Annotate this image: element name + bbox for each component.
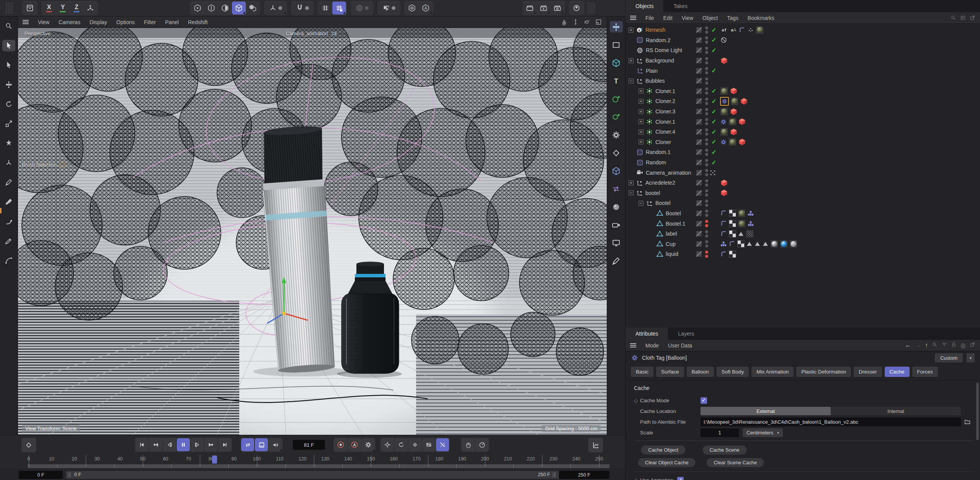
layer-toggle[interactable]: [696, 27, 702, 33]
enabled-toggle[interactable]: ✓: [710, 98, 718, 105]
clear-object-cache-button[interactable]: Clear Object Cache: [638, 458, 696, 467]
attributes-scrollbar[interactable]: [976, 383, 979, 440]
visibility-dots[interactable]: [705, 57, 708, 64]
enabled-toggle[interactable]: ✓: [710, 47, 718, 54]
visibility-dots[interactable]: [705, 77, 708, 85]
external-option[interactable]: External: [701, 407, 831, 415]
expand-icon[interactable]: +: [639, 139, 644, 144]
filter-icon[interactable]: [941, 342, 947, 349]
pen-tool[interactable]: [2, 177, 15, 188]
polygons-mode-button[interactable]: [218, 2, 232, 15]
model-mode-button[interactable]: [232, 2, 246, 15]
undock-icon[interactable]: [970, 15, 975, 21]
layout-icon[interactable]: [960, 15, 966, 21]
smear-tool[interactable]: [2, 216, 15, 227]
enabled-toggle[interactable]: ✓: [710, 138, 718, 146]
grey-texture-tag[interactable]: [789, 240, 797, 248]
viewport-canvas[interactable]: Perspective Camera_animation Brush Selec…: [18, 28, 607, 435]
object-row[interactable]: +Cloner.1✓: [626, 86, 980, 97]
editor-dot[interactable]: [705, 108, 708, 111]
rotate-view-button[interactable]: [583, 18, 591, 26]
phong-tag[interactable]: [720, 251, 727, 258]
rscube-tag[interactable]: [738, 138, 746, 146]
editor-dot[interactable]: [705, 220, 708, 223]
render-dot[interactable]: [705, 92, 708, 95]
om-menu-object[interactable]: Object: [702, 15, 718, 21]
previous-key-button[interactable]: [149, 438, 162, 451]
object-row[interactable]: Cup: [626, 239, 980, 249]
internal-option[interactable]: Internal: [831, 407, 961, 415]
range-end-field[interactable]: 250 F: [559, 471, 609, 479]
set-keyframe-button[interactable]: [21, 438, 36, 452]
enabled-toggle[interactable]: ✓: [710, 128, 718, 136]
section-tab-dresser[interactable]: Dresser: [854, 367, 882, 377]
enabled-toggle[interactable]: ✓: [710, 26, 718, 34]
object-row[interactable]: −Bubbles: [626, 76, 980, 86]
exchange-tool[interactable]: [610, 183, 623, 195]
generators-tool[interactable]: [610, 93, 623, 105]
object-row[interactable]: RS Dome Light✓: [626, 45, 980, 56]
editor-dot[interactable]: [705, 87, 708, 90]
render-dot[interactable]: [705, 244, 708, 247]
coordinate-system-button[interactable]: [83, 2, 97, 15]
om-menu-file[interactable]: File: [645, 15, 654, 21]
tab-attributes[interactable]: Attributes: [626, 328, 668, 340]
enabled-toggle[interactable]: ✓: [710, 67, 718, 74]
layer-toggle[interactable]: [696, 211, 702, 216]
visibility-dots[interactable]: [705, 240, 708, 247]
section-tab-mix-animation[interactable]: Mix Animation: [751, 367, 794, 377]
user-data-menu[interactable]: User Data: [668, 342, 692, 349]
editor-dot[interactable]: [705, 240, 708, 243]
editor-dot[interactable]: [705, 98, 708, 101]
expand-icon[interactable]: +: [639, 109, 644, 114]
expand-icon[interactable]: +: [629, 180, 634, 185]
alembic-path-field[interactable]: I:\Mesopeel_3d\Renaissance_3d\C4d\Cash_b…: [701, 418, 961, 426]
track-focus-icon[interactable]: ◎: [960, 342, 966, 349]
volume-mode-button[interactable]: [246, 2, 260, 15]
rscube-tag[interactable]: [730, 128, 738, 136]
expand-icon[interactable]: +: [639, 119, 644, 124]
layer-toggle[interactable]: [696, 119, 702, 125]
expand-icon[interactable]: +: [639, 129, 644, 134]
layer-toggle[interactable]: [696, 180, 702, 185]
search-objects-icon[interactable]: [951, 15, 956, 21]
viewport-camera-label[interactable]: Camera_animation: [286, 31, 337, 36]
zoom-view-button[interactable]: [572, 18, 579, 26]
olive-texture-tag[interactable]: [728, 138, 737, 146]
tab-objects[interactable]: Objects: [626, 0, 663, 12]
animatable-icon[interactable]: ◇: [632, 477, 640, 480]
record-keyframe-button[interactable]: [334, 438, 347, 451]
rscube-tag[interactable]: [720, 189, 728, 197]
object-row[interactable]: liquid: [626, 249, 980, 259]
editor-dot[interactable]: [705, 159, 708, 162]
tri-tag[interactable]: [746, 241, 753, 247]
move-tool[interactable]: [2, 79, 15, 90]
object-row[interactable]: Plain✓: [626, 66, 980, 76]
layer-toggle[interactable]: [696, 251, 702, 257]
use-animation-checkbox[interactable]: [677, 477, 684, 480]
viewport-menu-filter[interactable]: Filter: [144, 19, 156, 25]
rotate-tool[interactable]: [2, 98, 15, 110]
render-view-button[interactable]: [523, 2, 537, 15]
cluster-tag[interactable]: [747, 210, 754, 217]
transform-tool[interactable]: [2, 138, 15, 149]
asset-browser-button[interactable]: [23, 2, 37, 15]
render-dot[interactable]: [705, 214, 708, 217]
autokey-button[interactable]: [348, 438, 361, 451]
gearblue-tag[interactable]: [720, 118, 727, 125]
visibility-dots[interactable]: [705, 108, 708, 115]
viewport-solo-button[interactable]: [405, 2, 419, 15]
tri-tag[interactable]: [754, 241, 761, 247]
dots3-tag[interactable]: [747, 26, 754, 33]
viewport-view-label[interactable]: Perspective: [24, 31, 51, 36]
olive-texture-tag[interactable]: [720, 128, 728, 136]
cluster-tag[interactable]: [720, 241, 727, 247]
render-dot[interactable]: [705, 255, 708, 258]
spline-tool[interactable]: [2, 255, 15, 266]
object-row[interactable]: Bootel.1: [626, 218, 980, 229]
gearblue-tag[interactable]: [720, 139, 727, 146]
object-row[interactable]: Camera_animation: [626, 167, 980, 178]
render-dot[interactable]: [705, 163, 708, 166]
render-dot[interactable]: [705, 61, 708, 64]
noneslash-tag[interactable]: [720, 36, 727, 44]
